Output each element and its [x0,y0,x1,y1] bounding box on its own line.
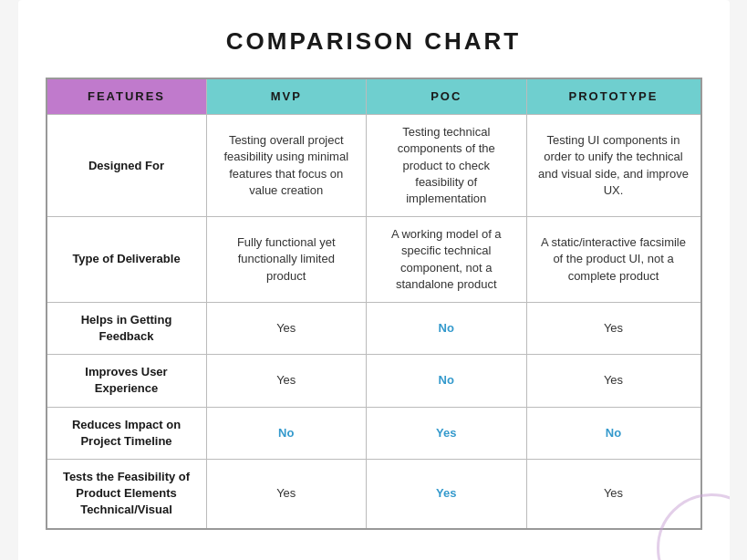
table-header-row: FEATURES MVP POC PROTOTYPE [47,78,701,115]
feature-label: Improves User Experience [47,355,207,407]
poc-value: A working model of a specific technical … [367,217,527,303]
prototype-value: No [526,407,701,459]
page-container: COMPARISON CHART FEATURES MVP POC PROTOT… [18,0,730,560]
mvp-value: Yes [206,460,367,529]
table-row: Improves User ExperienceYesNoYes [47,355,701,407]
page-title: COMPARISON CHART [46,27,702,56]
table-row: Tests the Feasibility of Product Element… [47,460,701,529]
table-row: Reduces Impact on Project TimelineNoYesN… [47,407,701,459]
prototype-value: Yes [526,355,701,407]
poc-value: Yes [367,460,527,529]
feature-label: Helps in Getting Feedback [47,302,207,354]
prototype-value: Testing UI components in order to unify … [526,115,701,217]
mvp-value: Fully functional yet functionally limite… [206,217,367,303]
prototype-value: A static/interactive facsimile of the pr… [526,217,701,303]
table-row: Designed ForTesting overall project feas… [47,115,701,217]
header-mvp: MVP [206,78,367,115]
feature-label: Reduces Impact on Project Timeline [47,407,207,459]
comparison-table: FEATURES MVP POC PROTOTYPE Designed ForT… [46,78,702,530]
header-features: FEATURES [47,78,207,115]
header-prototype: PROTOTYPE [526,78,701,115]
table-body: Designed ForTesting overall project feas… [47,115,701,529]
poc-value: Yes [367,407,527,459]
poc-value: No [367,302,527,354]
table-row: Helps in Getting FeedbackYesNoYes [47,302,701,354]
mvp-value: No [206,407,367,459]
mvp-value: Yes [206,355,367,407]
header-poc: POC [367,78,527,115]
mvp-value: Testing overall project feasibility usin… [206,115,367,217]
feature-label: Tests the Feasibility of Product Element… [47,460,207,529]
poc-value: Testing technical components of the prod… [367,115,527,217]
table-row: Type of DeliverableFully functional yet … [47,217,701,303]
poc-value: No [367,355,527,407]
feature-label: Designed For [47,115,207,217]
feature-label: Type of Deliverable [47,217,207,303]
prototype-value: Yes [526,302,701,354]
mvp-value: Yes [206,302,367,354]
prototype-value: Yes [526,460,701,529]
